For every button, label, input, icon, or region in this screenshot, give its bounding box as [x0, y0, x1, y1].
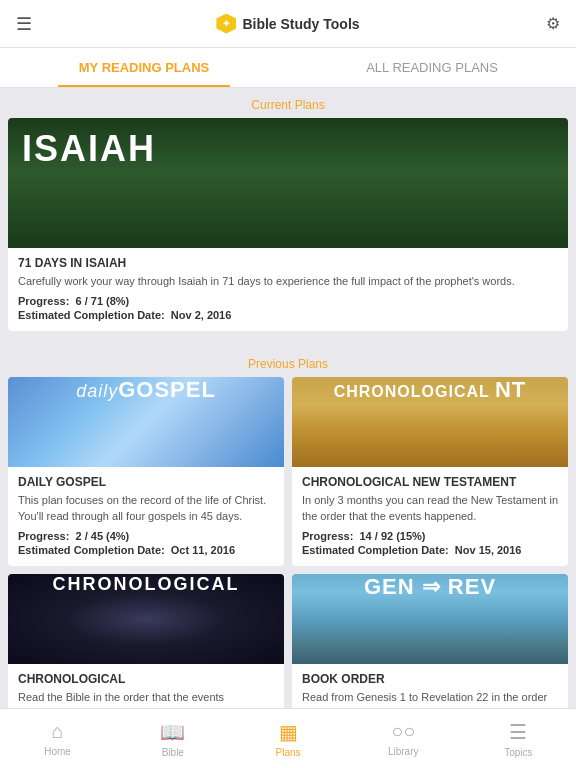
genrev-card-image: GEN ⇒ REV: [292, 574, 568, 664]
app-header: ☰ ✦ Bible Study Tools ⚙: [0, 0, 576, 48]
topics-label: Topics: [504, 747, 532, 758]
chron-nt-progress: Progress: 14 / 92 (15%): [302, 530, 558, 542]
chron-nt-image-title: CHRONOLOGICAL NT: [292, 377, 568, 403]
chron-plan-title: CHRONOLOGICAL: [18, 672, 274, 686]
app-logo: ✦: [216, 14, 236, 34]
app-title-text: Bible Study Tools: [242, 16, 359, 32]
gospel-card-image: dailyGOSPEL: [8, 377, 284, 467]
genrev-image-title: GEN ⇒ REV: [292, 574, 568, 600]
nav-topics[interactable]: ☰ Topics: [461, 720, 576, 758]
reading-plans-tabs: MY READING PLANS ALL READING PLANS: [0, 48, 576, 88]
topics-icon: ☰: [509, 720, 527, 744]
chron-nt-completion-date: Estimated Completion Date: Nov 15, 2016: [302, 544, 558, 556]
chron-nt-plan-desc: In only 3 months you can read the New Te…: [302, 493, 558, 524]
bottom-navigation: ⌂ Home 📖 Bible ▦ Plans ○○ Library ☰ Topi…: [0, 708, 576, 768]
plan-card-daily-gospel[interactable]: dailyGOSPEL DAILY GOSPEL This plan focus…: [8, 377, 284, 566]
chron-nt-card-image: CHRONOLOGICAL NT: [292, 377, 568, 467]
isaiah-progress: Progress: 6 / 71 (8%): [18, 295, 558, 307]
main-content: Current Plans ISAIAH 71 DAYS IN ISAIAH C…: [0, 88, 576, 768]
current-plans-section: ISAIAH 71 DAYS IN ISAIAH Carefully work …: [0, 118, 576, 347]
library-label: Library: [388, 746, 419, 757]
previous-plans-label: Previous Plans: [0, 347, 576, 377]
settings-icon[interactable]: ⚙: [546, 14, 560, 33]
bible-icon: 📖: [160, 720, 185, 744]
previous-plans-grid: dailyGOSPEL DAILY GOSPEL This plan focus…: [8, 377, 568, 763]
plans-icon: ▦: [279, 720, 298, 744]
isaiah-completion-date: Estimated Completion Date: Nov 2, 2016: [18, 309, 558, 321]
isaiah-card-body: 71 DAYS IN ISAIAH Carefully work your wa…: [8, 248, 568, 331]
gospel-image-title: dailyGOSPEL: [8, 377, 284, 403]
gospel-progress: Progress: 2 / 45 (4%): [18, 530, 274, 542]
nav-bible[interactable]: 📖 Bible: [115, 720, 230, 758]
isaiah-plan-title: 71 DAYS IN ISAIAH: [18, 256, 558, 270]
chron-card-image: CHRONOLOGICAL: [8, 574, 284, 664]
bible-label: Bible: [162, 747, 184, 758]
isaiah-image-title: ISAIAH: [22, 128, 554, 170]
plans-label: Plans: [276, 747, 301, 758]
book-order-plan-title: BOOK ORDER: [302, 672, 558, 686]
current-plans-label: Current Plans: [0, 88, 576, 118]
header-title: ✦ Bible Study Tools: [216, 14, 359, 34]
home-icon: ⌂: [52, 720, 64, 743]
library-icon: ○○: [391, 720, 415, 743]
gospel-card-body: DAILY GOSPEL This plan focuses on the re…: [8, 467, 284, 566]
plan-card-isaiah[interactable]: ISAIAH 71 DAYS IN ISAIAH Carefully work …: [8, 118, 568, 331]
chron-nt-plan-title: CHRONOLOGICAL NEW TESTAMENT: [302, 475, 558, 489]
tab-all-reading-plans[interactable]: ALL READING PLANS: [288, 48, 576, 87]
gospel-plan-desc: This plan focuses on the record of the l…: [18, 493, 274, 524]
nav-home[interactable]: ⌂ Home: [0, 720, 115, 757]
plan-card-chron-nt[interactable]: CHRONOLOGICAL NT CHRONOLOGICAL NEW TESTA…: [292, 377, 568, 566]
nav-plans[interactable]: ▦ Plans: [230, 720, 345, 758]
chron-nt-card-body: CHRONOLOGICAL NEW TESTAMENT In only 3 mo…: [292, 467, 568, 566]
chron-image-title: CHRONOLOGICAL: [8, 574, 284, 595]
nav-library[interactable]: ○○ Library: [346, 720, 461, 757]
isaiah-plan-desc: Carefully work your way through Isaiah i…: [18, 274, 558, 289]
gospel-plan-title: DAILY GOSPEL: [18, 475, 274, 489]
menu-icon[interactable]: ☰: [16, 13, 32, 35]
home-label: Home: [44, 746, 71, 757]
isaiah-card-image: ISAIAH: [8, 118, 568, 248]
gospel-completion-date: Estimated Completion Date: Oct 11, 2016: [18, 544, 274, 556]
tab-my-reading-plans[interactable]: MY READING PLANS: [0, 48, 288, 87]
